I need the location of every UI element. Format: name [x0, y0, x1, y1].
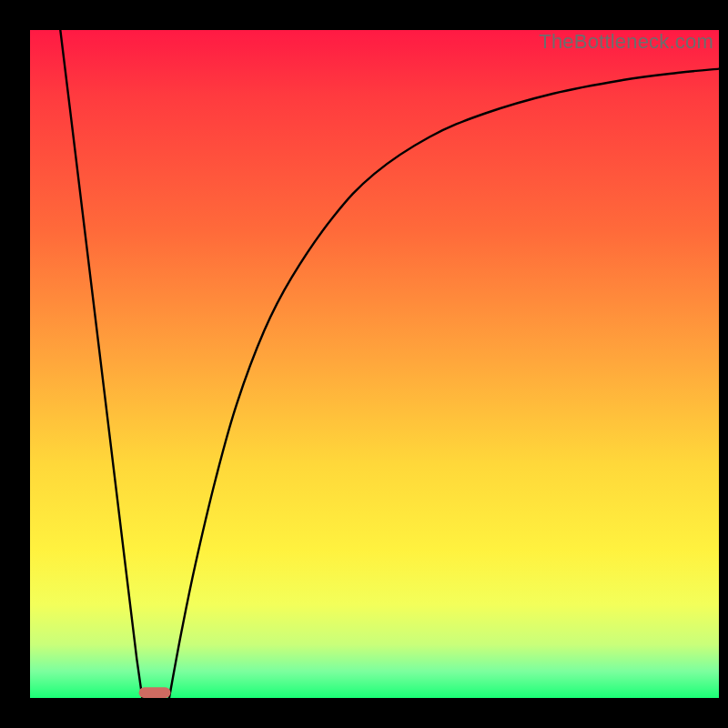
curve-right-branch	[169, 69, 719, 698]
curve-left-branch	[60, 30, 142, 698]
chart-frame: TheBottleneck.com	[0, 0, 728, 728]
chart-svg	[30, 30, 719, 698]
dip-marker	[139, 687, 171, 698]
plot-area: TheBottleneck.com	[30, 30, 719, 698]
